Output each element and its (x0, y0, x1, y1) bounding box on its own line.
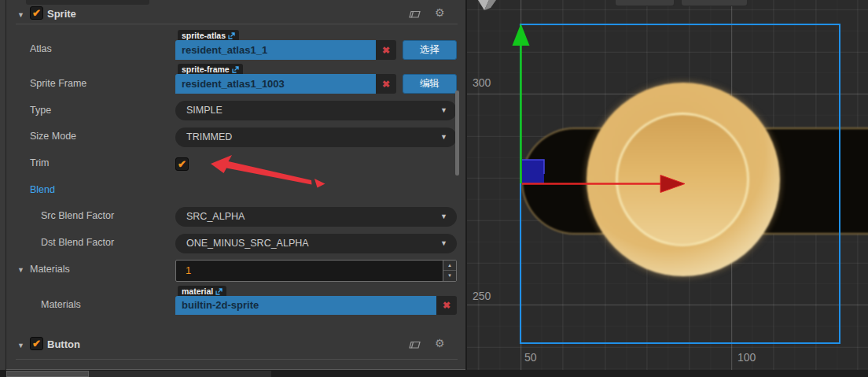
trim-checkbox[interactable]: ✔ (175, 157, 189, 171)
button-component-header[interactable]: ▼ ✔ Button ⚙ (6, 334, 465, 353)
trim-label: Trim (30, 157, 50, 168)
src-blend-label: Src Blend Factor (41, 210, 114, 221)
chevron-down-icon: ▼ (440, 234, 447, 253)
view-orientation-gizmo-icon[interactable] (476, 0, 498, 13)
gear-icon[interactable]: ⚙ (435, 6, 445, 19)
header-separator (16, 24, 458, 24)
stepper-down-button[interactable]: ▼ (443, 271, 456, 281)
dst-blend-label: Dst Blend Factor (41, 237, 114, 248)
sprite-component-title: Sprite (47, 8, 76, 20)
material-clear-button[interactable]: ✖ (436, 296, 457, 315)
chevron-down-icon: ▼ (440, 101, 447, 120)
inspector-vertical-scrollbar[interactable] (455, 91, 459, 176)
scene-viewport[interactable]: 300 250 50 100 (466, 0, 868, 370)
src-blend-dropdown[interactable]: SRC_ALPHA ▼ (175, 207, 457, 227)
book-icon[interactable] (408, 338, 421, 350)
x-icon: ✖ (443, 300, 451, 311)
material-label: Materials (41, 299, 81, 310)
check-icon: ✔ (178, 159, 186, 169)
asset-type-chip: sprite-frame (178, 64, 243, 75)
sprite-frame-asset-field[interactable]: resident_atlas1_1003 (175, 74, 376, 94)
inspector-panel: ▼ ✔ Sprite ⚙ Atlas sprite-atlas resident… (6, 0, 465, 370)
x-icon: ✖ (382, 79, 390, 90)
stepper-up-button[interactable]: ▲ (443, 261, 456, 271)
horizontal-scrollbar-thumb[interactable] (6, 371, 89, 377)
sprite-frame-label: Sprite Frame (30, 78, 86, 89)
book-icon[interactable] (408, 8, 421, 20)
materials-label: Materials (30, 264, 70, 275)
selection-rect (520, 24, 840, 344)
atlas-asset-field[interactable]: resident_atlas1_1 (175, 40, 376, 60)
gear-icon[interactable]: ⚙ (435, 337, 445, 349)
horizontal-scrollbar-track[interactable] (6, 371, 271, 377)
sprite-frame-edit-button[interactable]: 编辑 (403, 74, 457, 94)
asset-type-chip: sprite-atlas (178, 30, 239, 41)
sprite-frame-clear-button[interactable]: ✖ (376, 74, 396, 94)
app-window: ▼ ✔ Sprite ⚙ Atlas sprite-atlas resident… (0, 0, 868, 377)
material-asset-field[interactable]: builtin-2d-sprite (175, 296, 436, 315)
bottom-edge (0, 370, 868, 377)
chevron-down-icon: ▼ (440, 128, 447, 147)
type-dropdown[interactable]: SIMPLE ▼ (175, 101, 457, 120)
previous-field-remnant (26, 0, 149, 5)
scene-toolbar-button[interactable] (681, 0, 748, 6)
sprite-component-header[interactable]: ▼ ✔ Sprite ⚙ (6, 6, 465, 25)
button-component-title: Button (47, 338, 80, 350)
external-link-icon[interactable] (228, 32, 235, 39)
asset-type-chip: material (178, 286, 226, 297)
blend-label[interactable]: Blend (30, 184, 55, 195)
external-link-icon[interactable] (215, 288, 223, 295)
collapse-arrow-icon[interactable]: ▼ (17, 264, 24, 277)
chevron-down-icon: ▼ (440, 207, 447, 227)
sprite-enabled-checkbox[interactable]: ✔ (30, 6, 43, 20)
atlas-select-button[interactable]: 选择 (403, 40, 457, 60)
dst-blend-dropdown[interactable]: ONE_MINUS_SRC_ALPHA ▼ (175, 234, 457, 253)
atlas-clear-button[interactable]: ✖ (376, 40, 396, 60)
type-label: Type (30, 105, 51, 116)
check-icon: ✔ (32, 8, 41, 18)
collapse-arrow-icon[interactable]: ▼ (17, 339, 24, 353)
scene-toolbar-button[interactable] (615, 0, 675, 6)
collapse-arrow-icon[interactable]: ▼ (17, 9, 24, 22)
size-mode-dropdown[interactable]: TRIMMED ▼ (175, 128, 457, 147)
x-icon: ✖ (382, 45, 390, 56)
number-stepper: ▲ ▼ (443, 261, 456, 281)
size-mode-label: Size Mode (30, 131, 76, 142)
left-panel-edge (0, 0, 6, 370)
atlas-label: Atlas (30, 43, 52, 54)
materials-count-input[interactable]: 1 ▲ ▼ (175, 260, 457, 282)
external-link-icon[interactable] (232, 66, 239, 73)
button-enabled-checkbox[interactable]: ✔ (30, 337, 43, 350)
check-icon: ✔ (32, 338, 41, 349)
header-separator (16, 359, 458, 360)
